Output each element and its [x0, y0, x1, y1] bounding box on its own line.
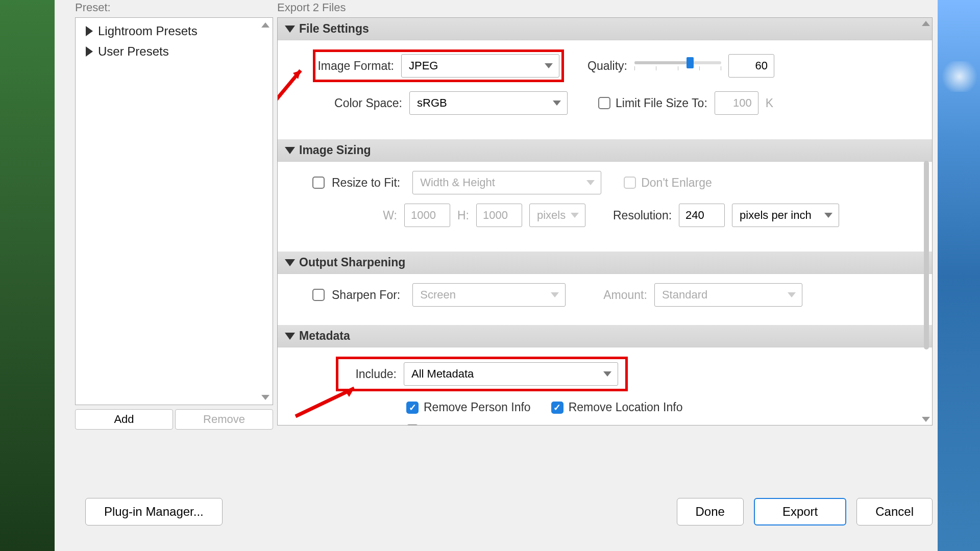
- preset-item-label: User Presets: [98, 44, 169, 59]
- chevron-down-icon: [285, 333, 295, 340]
- select-value: pixels: [537, 209, 566, 222]
- resize-label: Resize to Fit:: [332, 176, 400, 190]
- sharpen-checkbox[interactable]: [312, 289, 325, 301]
- chevron-down-icon: [285, 259, 295, 266]
- scroll-down-icon[interactable]: [260, 392, 271, 403]
- select-value: Screen: [420, 288, 456, 302]
- limit-file-size-input[interactable]: [715, 91, 758, 115]
- cancel-button[interactable]: Cancel: [856, 498, 933, 525]
- section-header-output-sharpening[interactable]: Output Sharpening: [278, 252, 932, 274]
- chevron-right-icon: [86, 46, 93, 57]
- section-title: Metadata: [299, 329, 350, 343]
- chevron-down-icon: [824, 213, 832, 218]
- write-keywords-label: Write Keywords as Lightroom Hierarchy: [424, 423, 630, 425]
- select-value: Width & Height: [420, 176, 495, 189]
- annotation-arrow-icon: [277, 63, 308, 104]
- select-value: Standard: [662, 288, 707, 302]
- dont-enlarge-checkbox: [624, 177, 636, 189]
- preset-list: Lightroom Presets User Presets: [75, 17, 273, 405]
- section-title: Image Sizing: [299, 143, 371, 157]
- chevron-down-icon: [571, 213, 579, 218]
- export-dialog: Preset: Lightroom Presets User Presets A…: [55, 0, 938, 551]
- select-value: pixels per inch: [740, 209, 812, 222]
- amount-select[interactable]: Standard: [654, 283, 802, 307]
- settings-panel: File Settings Image Format: JPEG: [277, 17, 933, 425]
- limit-file-size-checkbox[interactable]: [598, 97, 610, 109]
- select-value: All Metadata: [411, 367, 474, 381]
- scroll-up-icon[interactable]: [260, 20, 271, 30]
- quality-input[interactable]: [728, 54, 774, 78]
- section-title: File Settings: [299, 22, 369, 36]
- select-value: JPEG: [409, 59, 438, 72]
- remove-preset-button: Remove: [175, 409, 273, 430]
- section-header-metadata[interactable]: Metadata: [278, 325, 932, 347]
- chevron-down-icon: [285, 26, 295, 33]
- color-space-select[interactable]: sRGB: [409, 91, 568, 115]
- quality-slider[interactable]: [634, 61, 721, 70]
- done-button[interactable]: Done: [677, 498, 744, 525]
- chevron-down-icon: [545, 63, 553, 68]
- annotation-highlight: Image Format: JPEG: [313, 49, 564, 82]
- chevron-down-icon: [788, 292, 796, 297]
- chevron-down-icon: [553, 101, 561, 106]
- dont-enlarge-label: Don't Enlarge: [641, 176, 712, 190]
- preset-category-user[interactable]: User Presets: [76, 41, 273, 62]
- sharpen-label: Sharpen For:: [332, 288, 400, 302]
- preset-item-label: Lightroom Presets: [98, 24, 198, 38]
- amount-label: Amount:: [603, 288, 647, 302]
- chevron-down-icon: [603, 371, 611, 377]
- height-input[interactable]: [476, 204, 522, 227]
- image-format-label: Image Format:: [317, 59, 394, 73]
- resolution-unit-select[interactable]: pixels per inch: [732, 204, 839, 227]
- export-button[interactable]: Export: [754, 498, 846, 525]
- section-header-image-sizing[interactable]: Image Sizing: [278, 139, 932, 162]
- sharpen-for-select[interactable]: Screen: [412, 283, 566, 307]
- scroll-up-icon[interactable]: [922, 21, 931, 26]
- remove-person-label: Remove Person Info: [424, 400, 531, 414]
- chevron-down-icon: [285, 147, 295, 154]
- limit-file-size-label: Limit File Size To:: [616, 96, 707, 110]
- annotation-highlight: Include: All Metadata: [336, 357, 628, 391]
- resolution-label: Resolution:: [613, 209, 672, 222]
- plugin-manager-button[interactable]: Plug-in Manager...: [85, 498, 223, 525]
- preset-category-lightroom[interactable]: Lightroom Presets: [76, 21, 273, 41]
- write-keywords-checkbox[interactable]: [406, 424, 419, 426]
- remove-location-checkbox[interactable]: [551, 402, 564, 414]
- chevron-right-icon: [86, 26, 93, 36]
- remove-location-label: Remove Location Info: [569, 400, 683, 414]
- select-value: sRGB: [417, 96, 447, 110]
- resize-mode-select[interactable]: Width & Height: [412, 171, 601, 194]
- width-label: W:: [295, 209, 397, 222]
- export-title: Export 2 Files: [277, 0, 933, 17]
- color-space-label: Color Space:: [295, 96, 402, 110]
- section-header-file-settings[interactable]: File Settings: [278, 18, 932, 40]
- image-format-select[interactable]: JPEG: [401, 54, 559, 78]
- chevron-down-icon: [551, 292, 559, 297]
- limit-unit-label: K: [766, 96, 773, 110]
- width-input[interactable]: [404, 204, 450, 227]
- preset-label: Preset:: [75, 0, 273, 17]
- resolution-input[interactable]: [679, 204, 725, 227]
- resize-checkbox[interactable]: [312, 177, 325, 189]
- section-title: Output Sharpening: [299, 256, 405, 269]
- height-label: H:: [457, 209, 469, 222]
- quality-label: Quality:: [581, 59, 627, 73]
- size-unit-select[interactable]: pixels: [529, 204, 585, 227]
- remove-person-checkbox[interactable]: [406, 402, 419, 414]
- svg-line-2: [296, 388, 354, 416]
- chevron-down-icon: [586, 180, 595, 185]
- include-label: Include:: [346, 367, 397, 381]
- add-preset-button[interactable]: Add: [75, 409, 173, 430]
- include-select[interactable]: All Metadata: [404, 362, 618, 386]
